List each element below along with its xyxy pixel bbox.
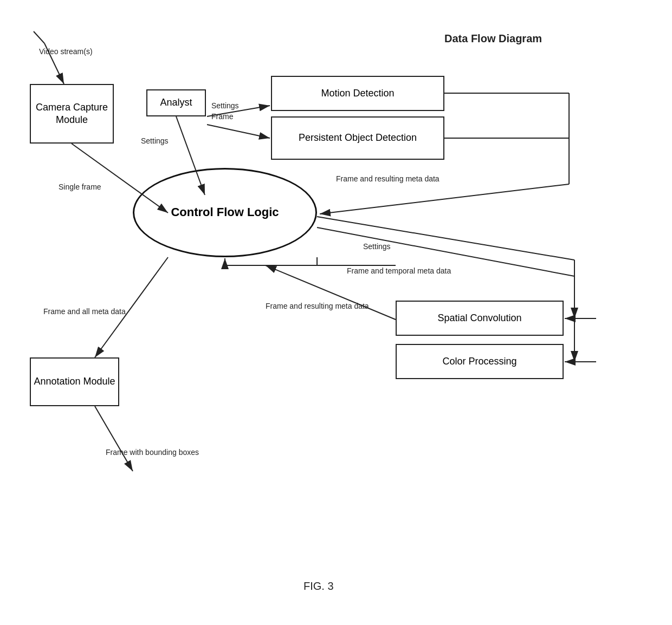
svg-text:Settings: Settings	[363, 242, 391, 251]
color-processing-box: Color Processing	[396, 344, 564, 379]
svg-text:Frame and resulting meta data: Frame and resulting meta data	[336, 174, 440, 183]
svg-text:Frame with bounding boxes: Frame with bounding boxes	[106, 448, 199, 457]
persistent-object-detection-box: Persistent Object Detection	[271, 116, 444, 160]
svg-line-16	[320, 184, 569, 214]
svg-text:Frame and temporal meta data: Frame and temporal meta data	[347, 266, 451, 275]
camera-capture-module: Camera Capture Module	[30, 84, 114, 144]
svg-line-3	[34, 31, 44, 43]
svg-text:Settings: Settings	[141, 136, 169, 145]
svg-line-20	[317, 227, 574, 276]
annotation-module-box: Annotation Module	[30, 357, 119, 406]
diagram-title: Data Flow Diagram	[444, 32, 542, 45]
motion-detection-box: Motion Detection	[271, 76, 444, 111]
svg-line-27	[95, 257, 168, 357]
spatial-convolution-box: Spatial Convolution	[396, 301, 564, 336]
svg-text:Frame and resulting meta data: Frame and resulting meta data	[266, 302, 369, 310]
svg-line-18	[317, 217, 574, 260]
svg-line-2	[44, 43, 64, 84]
control-flow-logic-ellipse: Control Flow Logic	[133, 168, 317, 257]
svg-text:Single frame: Single frame	[59, 183, 101, 191]
svg-line-9	[207, 106, 270, 116]
svg-line-29	[95, 406, 133, 471]
svg-text:Video stream(s): Video stream(s)	[39, 47, 93, 56]
fig-label: FIG. 3	[303, 580, 334, 593]
svg-line-12	[207, 125, 270, 138]
svg-text:Settings: Settings	[211, 101, 239, 110]
analyst-box: Analyst	[146, 89, 206, 116]
svg-text:Frame and all meta data: Frame and all meta data	[43, 307, 126, 316]
svg-text:Frame: Frame	[211, 112, 234, 121]
svg-line-25	[266, 265, 396, 320]
